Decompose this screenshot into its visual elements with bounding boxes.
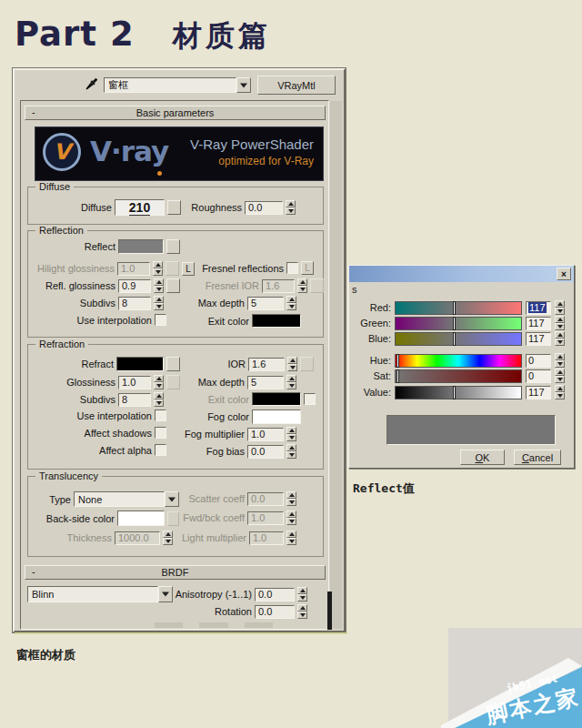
ior-input[interactable]: 1.6 <box>248 358 285 371</box>
refr-glossiness-spinner[interactable] <box>154 375 164 389</box>
slider-marker[interactable] <box>453 386 456 399</box>
refr-max-depth-spinner[interactable] <box>286 375 296 389</box>
spin-up-button[interactable] <box>297 278 307 286</box>
spin-up-button[interactable] <box>154 278 164 286</box>
red-spinner[interactable] <box>555 300 565 315</box>
spin-up-button[interactable] <box>286 531 296 538</box>
fresnel-ior-spinner[interactable] <box>297 278 307 293</box>
refr-exit-color-swatch[interactable] <box>252 392 301 406</box>
fresnel-reflections-checkbox[interactable] <box>286 262 298 274</box>
spin-up-button[interactable] <box>555 331 565 339</box>
scatter-coeff-input[interactable]: 0.0 <box>247 492 284 506</box>
brdf-type-dropdown[interactable]: Blinn <box>27 586 173 602</box>
diffuse-color-swatch[interactable]: 210 <box>115 199 165 216</box>
blue-slider[interactable] <box>395 332 522 346</box>
spin-up-button[interactable] <box>297 587 307 594</box>
translucency-type-dropdown[interactable]: None <box>74 491 179 507</box>
value-spinner[interactable] <box>555 385 565 399</box>
spin-down-button[interactable] <box>555 392 565 399</box>
ok-button[interactable]: OK <box>460 450 505 465</box>
spin-up-button[interactable] <box>286 444 296 451</box>
refr-subdivs-spinner[interactable] <box>154 392 164 407</box>
slider-marker[interactable] <box>453 301 456 315</box>
spin-down-button[interactable] <box>154 286 164 293</box>
sat-slider[interactable] <box>395 369 522 383</box>
hue-slider[interactable] <box>395 354 522 368</box>
green-slider[interactable] <box>395 317 522 330</box>
refr-use-interpolation-checkbox[interactable] <box>155 410 166 421</box>
sat-spinner[interactable] <box>555 369 565 383</box>
panel-scrollbar[interactable] <box>330 101 342 629</box>
spin-up-button[interactable] <box>153 261 163 268</box>
refl-glossiness-map-button[interactable] <box>166 278 180 293</box>
spin-down-button[interactable] <box>154 303 164 310</box>
fog-bias-input[interactable]: 0.0 <box>247 445 284 459</box>
thickness-input[interactable]: 1000.0 <box>115 531 160 545</box>
fog-multiplier-input[interactable]: 1.0 <box>247 428 284 441</box>
spin-up-button[interactable] <box>555 316 565 323</box>
refl-exit-color-swatch[interactable] <box>252 314 301 328</box>
fog-bias-spinner[interactable] <box>286 444 296 459</box>
hilight-lock-button[interactable]: L <box>182 262 195 276</box>
refl-subdivs-spinner[interactable] <box>154 296 164 310</box>
hue-spinner[interactable] <box>555 353 565 368</box>
blue-value-input[interactable]: 117 <box>526 332 551 346</box>
refl-max-depth-input[interactable]: 5 <box>247 297 284 310</box>
fog-multiplier-spinner[interactable] <box>286 427 296 441</box>
spin-down-button[interactable] <box>286 382 296 389</box>
anisotropy-input[interactable]: 0.0 <box>255 588 295 602</box>
spin-up-button[interactable] <box>286 511 296 518</box>
spin-down-button[interactable] <box>555 360 565 368</box>
panel-scrollbar-thumb[interactable] <box>327 592 332 630</box>
anisotropy-spinner[interactable] <box>297 587 307 602</box>
red-slider[interactable] <box>395 301 522 315</box>
hue-value-input[interactable]: 0 <box>526 354 551 368</box>
spin-up-button[interactable] <box>555 385 565 392</box>
back-side-color-swatch[interactable] <box>117 511 165 526</box>
refl-use-interpolation-checkbox[interactable] <box>155 314 166 326</box>
roughness-input[interactable]: 0.0 <box>245 201 283 215</box>
spin-down-button[interactable] <box>286 538 296 545</box>
refract-map-button[interactable] <box>166 357 180 371</box>
spin-down-button[interactable] <box>287 364 297 371</box>
spin-down-button[interactable] <box>555 308 565 315</box>
spin-down-button[interactable] <box>297 286 307 293</box>
spin-down-button[interactable] <box>286 499 296 506</box>
diffuse-map-button[interactable] <box>167 200 181 215</box>
spin-up-button[interactable] <box>163 531 173 538</box>
fog-color-swatch[interactable] <box>252 410 301 424</box>
rotation-input[interactable]: 0.0 <box>255 605 295 619</box>
fresnel-lock-button[interactable]: L <box>301 261 314 275</box>
spin-down-button[interactable] <box>286 303 296 310</box>
spin-down-button[interactable] <box>555 323 565 330</box>
spin-up-button[interactable] <box>286 296 296 303</box>
spin-up-button[interactable] <box>555 353 565 360</box>
ior-spinner[interactable] <box>287 357 297 371</box>
refr-glossiness-map-button[interactable] <box>166 375 180 389</box>
dropdown-arrow-icon[interactable] <box>236 77 251 93</box>
refr-exit-color-checkbox[interactable] <box>304 393 316 405</box>
refl-glossiness-spinner[interactable] <box>154 278 164 293</box>
red-value-input[interactable]: 117 <box>526 301 551 315</box>
hilight-glossiness-input[interactable]: 1.0 <box>117 262 150 276</box>
cancel-button[interactable]: Cancel <box>514 450 561 465</box>
back-side-map-button[interactable] <box>167 511 179 526</box>
material-name-dropdown[interactable]: 窗框 <box>104 77 251 93</box>
spin-up-button[interactable] <box>286 200 296 207</box>
fwd-bck-coeff-input[interactable]: 1.0 <box>247 511 284 525</box>
dropdown-arrow-icon[interactable] <box>165 491 179 507</box>
refl-subdivs-input[interactable]: 8 <box>118 297 151 310</box>
refract-color-swatch[interactable] <box>116 357 164 371</box>
sat-value-input[interactable]: 0 <box>526 369 551 383</box>
value-slider[interactable] <box>395 386 522 399</box>
slider-marker[interactable] <box>453 317 456 330</box>
fresnel-ior-map-button[interactable] <box>310 278 324 293</box>
hilight-glossiness-map-button[interactable] <box>166 261 179 276</box>
spin-up-button[interactable] <box>297 604 307 612</box>
material-name-value[interactable]: 窗框 <box>104 77 236 93</box>
scatter-coeff-spinner[interactable] <box>286 491 296 506</box>
spin-up-button[interactable] <box>154 375 164 382</box>
spin-down-button[interactable] <box>286 434 296 441</box>
spin-up-button[interactable] <box>287 357 297 364</box>
reflect-map-button[interactable] <box>166 239 180 254</box>
